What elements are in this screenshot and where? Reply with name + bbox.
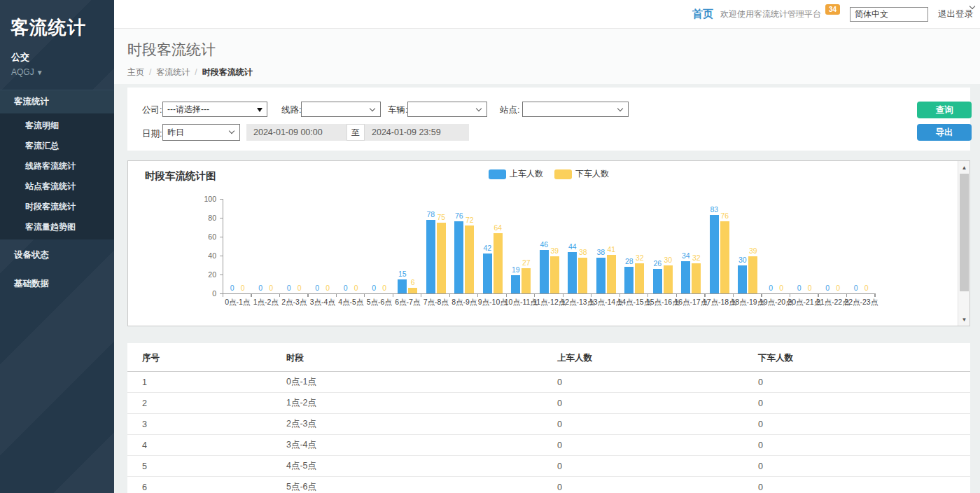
bar-value-label: 78: [426, 210, 435, 218]
bar-value-label: 0: [864, 284, 869, 292]
company-select[interactable]: ---请选择---: [162, 102, 267, 117]
bar-value-label: 27: [522, 258, 531, 267]
bar-value-label: 15: [398, 270, 407, 278]
bar-value-label: 72: [465, 216, 474, 224]
bar-value-label: 75: [437, 213, 445, 221]
breadcrumb-home[interactable]: 主页: [127, 67, 144, 77]
bar-value-label: 30: [738, 256, 747, 264]
bar-value-label: 44: [568, 242, 577, 251]
date-label: 日期:: [142, 128, 162, 140]
bar-group: 005点-6点: [365, 199, 394, 293]
date-from-input[interactable]: 2024-01-09 00:00: [246, 124, 346, 141]
table-cell: 0: [557, 372, 758, 393]
table-cell: 0: [557, 414, 758, 435]
vehicle-select[interactable]: [407, 102, 487, 117]
org-code: AQGJ: [11, 67, 34, 77]
station-label: 站点:: [500, 104, 519, 116]
scroll-up-icon[interactable]: ▲: [958, 162, 970, 173]
x-axis-label: 5点-6点: [367, 298, 392, 307]
bar-value-label: 38: [596, 248, 605, 256]
table-cell: 2点-3点: [286, 414, 557, 435]
x-axis-label: 4点-5点: [338, 298, 363, 307]
bar: [408, 288, 417, 293]
sidebar-item-device-status[interactable]: 设备状态: [0, 242, 114, 268]
table-header-cell: 上车人数: [557, 343, 758, 372]
notification-badge[interactable]: 34: [825, 4, 840, 15]
sidebar-subitem-4[interactable]: 站点客流统计: [0, 176, 114, 197]
table-row: 21点-2点00: [127, 393, 970, 414]
sidebar-item-passenger-stats-group[interactable]: 客流统计: [0, 90, 114, 113]
bar: [681, 261, 690, 293]
bar-value-label: 32: [692, 254, 701, 262]
bar: [664, 265, 673, 294]
line-select[interactable]: [301, 102, 381, 117]
chart-scrollbar[interactable]: ▲ ▼: [958, 161, 969, 326]
table-header-cell: 时段: [286, 343, 557, 372]
scrollbar-thumb[interactable]: [960, 174, 969, 291]
bar: [454, 221, 463, 293]
bar-group: 283214点-15点: [620, 199, 649, 293]
bar-value-label: 0: [326, 284, 330, 292]
org-selector[interactable]: AQGJ▼: [0, 64, 114, 77]
bar: [511, 275, 520, 293]
bar: [568, 252, 577, 293]
bar-value-label: 0: [779, 284, 783, 292]
breadcrumb-section[interactable]: 客流统计: [156, 67, 190, 77]
sidebar-item-base-data[interactable]: 基础数据: [0, 271, 114, 297]
bar: [550, 256, 559, 293]
bar-value-label: 0: [298, 284, 302, 292]
sidebar-subitem-3[interactable]: 线路客流统计: [0, 156, 114, 176]
export-button[interactable]: 导出: [917, 124, 972, 141]
table-cell: 0: [758, 372, 970, 393]
filter-panel: 公司: ---请选择--- 线路: 车辆: 站点: 日期: 昨日 2024-01…: [127, 88, 970, 151]
scroll-down-icon[interactable]: ▼: [958, 314, 970, 325]
x-axis-label: 7点-8点: [424, 298, 449, 307]
sidebar-subitem-5[interactable]: 时段客流统计: [0, 197, 114, 217]
sidebar-subitem-6[interactable]: 客流量趋势图: [0, 217, 114, 237]
bar-value-label: 0: [287, 284, 291, 292]
bar-value-label: 0: [241, 284, 245, 292]
bar-value-label: 38: [579, 248, 587, 256]
language-select[interactable]: 简体中文: [850, 7, 928, 22]
bar-value-label: 0: [797, 284, 802, 292]
legend-item[interactable]: 上车人数: [489, 168, 543, 180]
bar-value-label: 76: [720, 211, 729, 220]
bar-value-label: 19: [512, 265, 520, 274]
sidebar-subitem-1[interactable]: 客流明细: [0, 116, 114, 136]
table-row: 43点-4点00: [127, 435, 970, 456]
breadcrumb: 主页/客流统计/时段客流统计: [127, 67, 980, 78]
bar-value-label: 0: [825, 284, 830, 292]
bar-group: 76728点-9点: [450, 199, 479, 293]
legend-item[interactable]: 下车人数: [554, 168, 609, 180]
bar-chart: 000点-1点001点-2点002点-3点003点-4点004点-5点005点-…: [223, 199, 876, 293]
chart-title: 时段车流统计图: [145, 169, 216, 183]
legend-swatch-icon: [554, 169, 572, 179]
table-cell: 6: [127, 477, 286, 493]
bar: [653, 269, 662, 293]
bar-value-label: 6: [411, 278, 415, 286]
bar-group: 001点-2点: [252, 199, 281, 293]
bar-group: 343216点-17点: [677, 199, 706, 293]
bar-value-label: 0: [769, 284, 773, 292]
query-button[interactable]: 查询: [917, 102, 972, 118]
x-axis-label: 9点-10点: [478, 298, 507, 307]
date-preset-select[interactable]: 昨日: [162, 124, 240, 141]
station-select[interactable]: [522, 102, 629, 117]
logout-link[interactable]: 退出登录: [938, 8, 973, 20]
data-table-panel: 序号时段上车人数下车人数 10点-1点0021点-2点0032点-3点0043点…: [127, 343, 970, 493]
sidebar-subitem-2[interactable]: 客流汇总: [0, 136, 114, 156]
date-to-input[interactable]: 2024-01-09 23:59: [365, 124, 469, 141]
bar-group: 192710点-11点: [507, 199, 536, 293]
bar-value-label: 0: [354, 284, 358, 292]
bar: [437, 223, 446, 293]
date-preset-value: 昨日: [167, 127, 184, 139]
x-axis-label: 2点-3点: [281, 298, 307, 307]
home-link[interactable]: 首页: [692, 8, 713, 21]
bar: [398, 279, 407, 293]
bar: [540, 250, 549, 293]
table-cell: 0: [557, 393, 758, 414]
main-area: 首页 欢迎使用客流统计管理平台 34 简体中文 退出登录 时段客流统计 主页/客…: [114, 0, 980, 493]
y-axis-label: 40: [195, 251, 216, 260]
vehicle-label: 车辆:: [388, 104, 407, 116]
table-cell: 0: [758, 435, 970, 456]
